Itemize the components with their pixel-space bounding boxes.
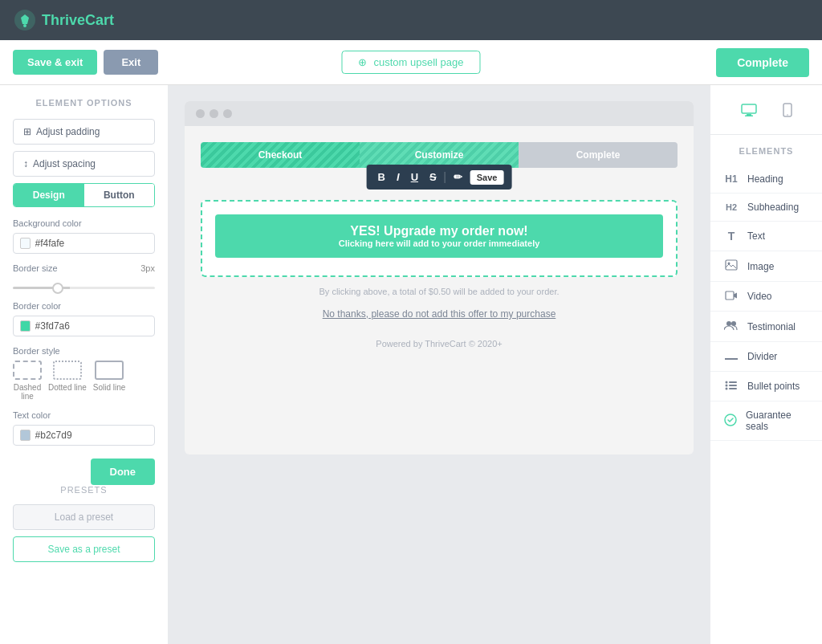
svg-point-17: [726, 388, 728, 390]
bullet-points-icon: [723, 380, 739, 393]
logo: ThriveCart: [13, 8, 114, 32]
underline-button[interactable]: U: [408, 169, 421, 185]
text-color-input[interactable]: [13, 425, 155, 446]
image-icon: [723, 259, 739, 273]
divider-label: Divider: [747, 351, 777, 362]
svg-point-11: [731, 321, 736, 326]
border-size-slider[interactable]: [13, 287, 155, 289]
text-icon: T: [723, 230, 739, 243]
heading-icon: H1: [723, 173, 739, 185]
element-item-divider[interactable]: Divider: [710, 342, 822, 372]
solid-label: Solid line: [93, 383, 126, 392]
elements-title: ELEMENTS: [710, 143, 822, 165]
action-bar: Save & exit Exit ⊕ custom upsell page Co…: [0, 40, 822, 85]
powered-by: Powered by ThriveCart © 2020+: [201, 339, 678, 357]
border-style-dashed[interactable]: Dashedline: [13, 361, 42, 401]
top-navbar: ThriveCart: [0, 0, 822, 40]
element-item-testimonial[interactable]: Testimonial: [710, 312, 822, 342]
pen-button[interactable]: ✏: [450, 169, 466, 185]
border-styles: Dashedline Dotted line Solid line: [13, 361, 155, 401]
testimonial-icon: [723, 320, 739, 333]
solid-icon: [95, 361, 124, 380]
element-item-guarantee-seals[interactable]: Guarantee seals: [710, 401, 822, 441]
adjust-spacing-button[interactable]: ↕ Adjust spacing: [13, 151, 155, 177]
element-item-text[interactable]: T Text: [710, 222, 822, 251]
strikethrough-button[interactable]: S: [426, 169, 440, 185]
text-color-swatch: [20, 430, 31, 441]
border-size-label-row: Border size 3px: [13, 263, 155, 273]
save-preset-button[interactable]: Save as a preset: [13, 536, 155, 562]
svg-rect-7: [726, 260, 737, 270]
save-exit-button[interactable]: Save & exit: [13, 50, 97, 75]
button-editor-wrapper: B I U S ✏ Save YES! Upgrade my order now…: [201, 200, 678, 277]
checkout-step-complete: Complete: [519, 142, 678, 168]
element-item-video[interactable]: Video: [710, 282, 822, 312]
adjust-spacing-label: Adjust spacing: [33, 158, 96, 169]
upsell-button[interactable]: YES! Upgrade my order now! Clicking here…: [215, 214, 663, 258]
tab-design[interactable]: Design: [14, 184, 84, 206]
canvas-area: Checkout Customize Complete B I U S ✏ Sa…: [169, 85, 710, 644]
browser-dot-1: [196, 109, 205, 118]
load-preset-button[interactable]: Load a preset: [13, 504, 155, 530]
element-item-heading[interactable]: H1 Heading: [710, 165, 822, 194]
sidebar-title: ELEMENT OPTIONS: [13, 98, 155, 108]
bg-color-text[interactable]: [35, 238, 148, 249]
design-button-tabs: Design Button: [13, 183, 155, 207]
border-size-value: 3px: [140, 263, 155, 273]
main-layout: ELEMENT OPTIONS ⊞ Adjust padding ↕ Adjus…: [0, 85, 822, 644]
no-thanks: No thanks, please do not add this offer …: [201, 308, 678, 320]
subheading-icon: H2: [723, 202, 739, 212]
svg-rect-4: [745, 116, 753, 117]
italic-button[interactable]: I: [393, 169, 403, 185]
adjust-padding-label: Adjust padding: [36, 126, 100, 137]
adjust-padding-button[interactable]: ⊞ Adjust padding: [13, 119, 155, 145]
browser-content: Checkout Customize Complete B I U S ✏ Sa…: [185, 126, 694, 373]
presets-title: PRESETS: [13, 485, 155, 495]
left-sidebar: ELEMENT OPTIONS ⊞ Adjust padding ↕ Adjus…: [0, 85, 169, 644]
spacing-icon: ↕: [23, 158, 28, 169]
done-button[interactable]: Done: [91, 459, 156, 485]
complete-button[interactable]: Complete: [716, 48, 809, 77]
element-item-bullet-points[interactable]: Bullet points: [710, 372, 822, 401]
border-size-label: Border size: [13, 263, 58, 273]
guarantee-seals-icon: [723, 414, 738, 429]
bold-button[interactable]: B: [375, 169, 389, 185]
desktop-view-button[interactable]: [735, 100, 763, 123]
browser-frame: Checkout Customize Complete B I U S ✏ Sa…: [185, 101, 694, 454]
dashed-icon: [13, 361, 42, 380]
view-toggle: [710, 93, 822, 135]
bg-color-label: Background color: [13, 218, 155, 228]
svg-rect-9: [726, 291, 734, 300]
guarantee-seals-label: Guarantee seals: [746, 410, 809, 432]
image-label: Image: [747, 261, 774, 272]
mobile-view-button[interactable]: [776, 100, 799, 123]
toolbar-save-button[interactable]: Save: [470, 170, 504, 185]
tab-button[interactable]: Button: [84, 184, 155, 206]
border-color-text[interactable]: [35, 320, 148, 332]
svg-rect-2: [742, 104, 756, 113]
text-color-text[interactable]: [35, 430, 148, 441]
logo-text: ThriveCart: [42, 12, 114, 29]
exit-button[interactable]: Exit: [104, 50, 158, 75]
element-item-image[interactable]: Image: [710, 251, 822, 282]
svg-rect-18: [729, 388, 737, 389]
svg-point-10: [726, 321, 731, 326]
border-size-slider-wrap: [13, 279, 155, 291]
mobile-icon: [783, 103, 792, 117]
page-indicator-icon: ⊕: [358, 56, 367, 68]
svg-point-13: [726, 381, 728, 384]
page-indicator: ⊕ custom upsell page: [341, 51, 480, 74]
heading-label: Heading: [747, 173, 783, 185]
border-style-solid[interactable]: Solid line: [93, 361, 126, 401]
svg-point-6: [787, 114, 788, 116]
desktop-icon: [741, 104, 757, 116]
svg-point-15: [726, 385, 728, 387]
browser-dot-2: [210, 109, 218, 118]
element-item-subheading[interactable]: H2 Subheading: [710, 194, 822, 222]
upsell-btn-text: YES! Upgrade my order now!: [350, 224, 527, 238]
border-style-dotted[interactable]: Dotted line: [48, 361, 87, 401]
bg-color-input[interactable]: [13, 233, 155, 254]
subheading-label: Subheading: [747, 202, 799, 213]
border-color-input[interactable]: [13, 316, 155, 336]
no-thanks-link[interactable]: No thanks, please do not add this offer …: [323, 308, 556, 320]
